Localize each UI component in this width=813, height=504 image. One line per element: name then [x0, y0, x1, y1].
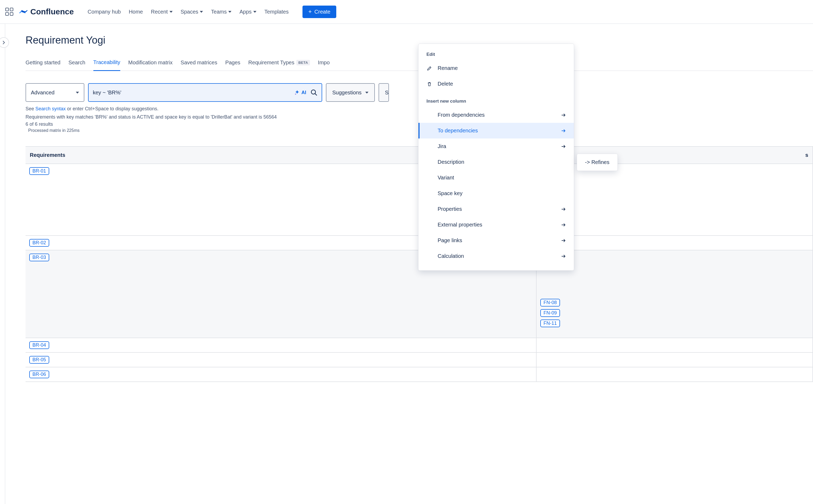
table-row: BR-06 [26, 367, 813, 382]
tab-import[interactable]: Impo [318, 57, 330, 70]
cell-references [536, 164, 813, 236]
plus-icon: + [308, 9, 312, 15]
ai-chip[interactable]: AI [295, 90, 306, 95]
tab-search[interactable]: Search [68, 57, 85, 70]
suggestions-button[interactable]: Suggestions [326, 83, 375, 102]
tab-requirement-types[interactable]: Requirement Types BETA [248, 57, 310, 70]
menu-properties[interactable]: Properties [418, 201, 574, 217]
confluence-logo-icon [19, 7, 28, 16]
menu-page-links[interactable]: Page links [418, 233, 574, 248]
tab-getting-started[interactable]: Getting started [26, 57, 60, 70]
nav-company-hub[interactable]: Company hub [87, 9, 121, 15]
arrow-right-icon [560, 128, 566, 133]
cell-requirement: BR-06 [26, 367, 536, 382]
reference-tag[interactable]: FN-08 [540, 299, 560, 306]
app-switcher-icon[interactable] [5, 8, 13, 16]
menu-jira[interactable]: Jira [418, 138, 574, 154]
nav-home[interactable]: Home [129, 9, 143, 15]
chevron-down-icon [365, 92, 368, 94]
svg-line-1 [315, 94, 317, 95]
search-button[interactable] [311, 89, 317, 96]
cell-references: FN-08FN-09FN-11 [536, 250, 813, 338]
nav-templates[interactable]: Templates [265, 9, 289, 15]
chevron-down-icon [253, 11, 257, 13]
tab-traceability[interactable]: Traceability [93, 57, 120, 71]
chevron-down-icon [200, 11, 203, 13]
query-input-wrap: AI [88, 83, 322, 102]
beta-badge: BETA [296, 60, 310, 65]
menu-variant[interactable]: Variant [418, 170, 574, 186]
arrow-right-icon [560, 238, 566, 243]
tab-saved-matrices[interactable]: Saved matrices [180, 57, 218, 70]
query-input[interactable] [93, 90, 290, 96]
flyout-refines[interactable]: -> Refines [577, 154, 618, 171]
nav-items: Company hub Home Recent Spaces Teams App… [87, 9, 289, 15]
sparkle-icon [295, 90, 300, 95]
cell-references [536, 367, 813, 382]
table-row: BR-04 [26, 338, 813, 352]
menu-from-dependencies[interactable]: From dependencies [418, 107, 574, 123]
nav-teams[interactable]: Teams [211, 9, 232, 15]
cell-requirement: BR-05 [26, 352, 536, 367]
arrow-right-icon [560, 112, 566, 118]
search-syntax-link[interactable]: Search syntax [35, 106, 66, 111]
menu-description[interactable]: Description [418, 154, 574, 170]
menu-external-properties[interactable]: External properties [418, 217, 574, 233]
table-row: BR-05 [26, 352, 813, 367]
column-context-menu: Edit Rename Delete Insert new column Fro… [418, 44, 574, 271]
cell-requirement: BR-04 [26, 338, 536, 352]
create-button[interactable]: + Create [303, 6, 336, 18]
chevron-down-icon [228, 11, 232, 13]
nav-apps[interactable]: Apps [240, 9, 257, 15]
query-mode-select[interactable]: Advanced [26, 83, 84, 102]
nav-spaces[interactable]: Spaces [180, 9, 203, 15]
menu-rename[interactable]: Rename [418, 60, 574, 76]
arrow-right-icon [560, 222, 566, 228]
requirement-tag[interactable]: BR-02 [29, 239, 49, 247]
chevron-down-icon [76, 92, 79, 94]
arrow-right-icon [560, 207, 566, 212]
arrow-right-icon [560, 144, 566, 149]
to-dependencies-flyout: -> Refines [577, 154, 618, 171]
menu-space-key[interactable]: Space key [418, 186, 574, 201]
nav-recent[interactable]: Recent [151, 9, 172, 15]
tab-modification-matrix[interactable]: Modification matrix [128, 57, 173, 70]
reference-tag[interactable]: FN-09 [540, 309, 560, 317]
requirement-tag[interactable]: BR-06 [29, 371, 49, 378]
brand-label: Confluence [30, 7, 74, 16]
cell-references [536, 352, 813, 367]
cell-references [536, 236, 813, 250]
requirement-tag[interactable]: BR-04 [29, 341, 49, 349]
top-nav: Confluence Company hub Home Recent Space… [0, 0, 813, 24]
chevron-down-icon [169, 11, 173, 13]
svg-point-0 [311, 90, 316, 94]
trash-icon [426, 82, 432, 86]
reference-tag[interactable]: FN-11 [540, 320, 560, 327]
requirement-tag[interactable]: BR-05 [29, 356, 49, 364]
tab-pages[interactable]: Pages [225, 57, 241, 70]
requirement-tag[interactable]: BR-03 [29, 254, 49, 261]
menu-section-edit: Edit [418, 50, 574, 60]
product-brand[interactable]: Confluence [19, 7, 74, 16]
menu-to-dependencies[interactable]: To dependencies [418, 123, 574, 138]
menu-calculation[interactable]: Calculation [418, 248, 574, 264]
pencil-icon [426, 66, 432, 71]
page-content: Requirement Yogi Getting started Search … [0, 24, 813, 382]
menu-section-insert: Insert new column [418, 97, 574, 107]
requirement-tag[interactable]: BR-01 [29, 167, 49, 175]
arrow-right-icon [560, 254, 566, 259]
cell-references [536, 338, 813, 352]
secondary-pill-button[interactable]: S [379, 83, 389, 102]
menu-delete[interactable]: Delete [418, 76, 574, 92]
